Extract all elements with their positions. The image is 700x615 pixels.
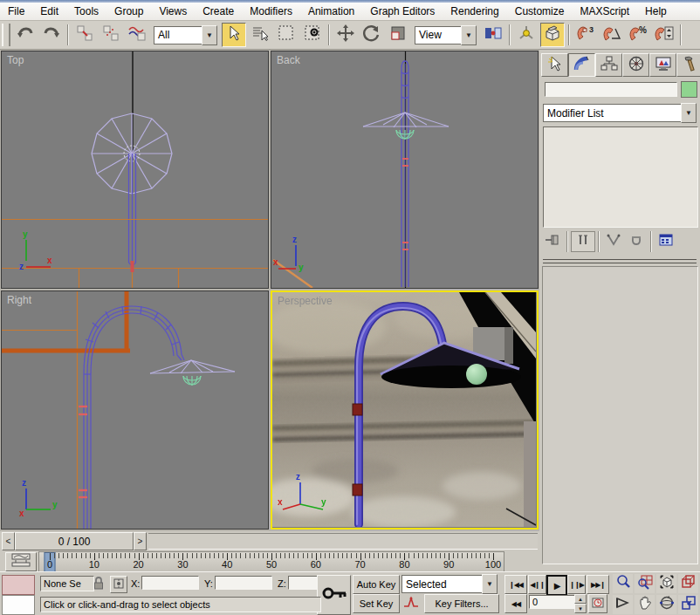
show-end-result-button[interactable] xyxy=(571,231,595,252)
maxscript-mini-listener-white[interactable] xyxy=(2,595,35,615)
tab-hierarchy[interactable] xyxy=(595,53,622,77)
track-ruler-scale[interactable]: 0102030405060708090100 xyxy=(50,552,493,572)
select-and-scale-button[interactable] xyxy=(386,23,410,47)
next-frame-button[interactable]: ❙❙▶ xyxy=(567,575,586,594)
window-crossing-button[interactable] xyxy=(300,23,325,47)
menu-customize[interactable]: Customize xyxy=(507,3,573,19)
modifier-stack-list[interactable] xyxy=(543,126,698,228)
time-forward-button[interactable]: > xyxy=(134,532,147,550)
menu-views[interactable]: Views xyxy=(151,3,195,19)
modifier-list-dropdown[interactable]: Modifier List ▼ xyxy=(543,104,697,122)
use-pivot-center-button[interactable] xyxy=(481,23,505,47)
viewport-right-label[interactable]: Right xyxy=(7,294,31,306)
menu-graph-editors[interactable]: Graph Editors xyxy=(362,3,443,19)
pan-button[interactable] xyxy=(635,595,655,614)
unlink-selection-button[interactable] xyxy=(99,23,123,47)
time-slider-track[interactable] xyxy=(148,533,538,550)
viewport-perspective-canvas[interactable]: z x y xyxy=(272,292,536,527)
rollout-area[interactable] xyxy=(542,266,698,564)
time-slider-handle[interactable]: 0 / 100 xyxy=(15,532,134,550)
rectangular-selection-button[interactable] xyxy=(274,23,299,47)
toolbar-drag-handle[interactable] xyxy=(2,24,10,46)
snap-toggle-button[interactable] xyxy=(540,23,565,47)
set-key-button[interactable]: Set Key xyxy=(353,594,400,613)
auto-key-button[interactable]: Auto Key xyxy=(353,575,400,594)
select-and-move-button[interactable] xyxy=(333,23,358,47)
viewport-back-canvas[interactable]: z x y xyxy=(271,51,538,288)
selection-filter-dropdown[interactable]: All ▼ xyxy=(154,26,217,44)
menu-maxscript[interactable]: MAXScript xyxy=(572,3,637,19)
current-frame-input[interactable] xyxy=(529,595,578,609)
key-mode-dropdown[interactable]: Selected ▼ xyxy=(401,575,498,593)
menu-animation[interactable]: Animation xyxy=(300,3,362,19)
menu-tools[interactable]: Tools xyxy=(66,3,106,19)
menu-help[interactable]: Help xyxy=(637,3,675,19)
time-configuration-button[interactable] xyxy=(588,594,607,613)
select-and-manipulate-button[interactable] xyxy=(514,23,539,47)
selection-lock-toggle[interactable] xyxy=(93,576,105,594)
redo-button[interactable] xyxy=(39,23,64,47)
track-ruler[interactable]: 0102030405060708090100 xyxy=(38,551,504,573)
object-name-field[interactable] xyxy=(545,82,677,97)
viewport-right[interactable]: Right xyxy=(1,290,269,530)
viewport-perspective[interactable]: Perspective xyxy=(271,290,539,530)
select-by-name-button[interactable] xyxy=(248,23,272,47)
menu-rendering[interactable]: Rendering xyxy=(443,3,506,19)
menu-group[interactable]: Group xyxy=(106,3,151,19)
viewport-top-canvas[interactable]: y x z xyxy=(2,51,268,288)
undo-button[interactable] xyxy=(13,23,38,47)
snap-3d-button[interactable]: 3 xyxy=(573,23,598,47)
arc-rotate-button[interactable] xyxy=(656,595,676,614)
selection-lock-field[interactable]: None Se xyxy=(40,576,94,591)
menu-file[interactable]: File xyxy=(0,3,32,19)
absolute-offset-toggle[interactable] xyxy=(110,576,127,593)
frame-spinner-down-icon[interactable]: ▼ xyxy=(574,604,587,613)
go-to-start-button[interactable]: ❙◀◀ xyxy=(504,575,527,594)
x-coord-input[interactable] xyxy=(141,576,199,590)
tab-create[interactable] xyxy=(541,53,568,77)
modifier-list-arrow-icon[interactable]: ▼ xyxy=(681,103,697,123)
min-max-toggle-button[interactable] xyxy=(678,595,698,614)
menu-modifiers[interactable]: Modifiers xyxy=(242,3,300,19)
default-in-out-tangent-button[interactable] xyxy=(401,595,421,612)
open-mini-curve-editor-button[interactable] xyxy=(5,552,37,571)
viewport-back-label[interactable]: Back xyxy=(277,54,300,66)
maxscript-mini-listener-pink[interactable] xyxy=(2,575,35,595)
viewport-back[interactable]: Back xyxy=(271,51,539,289)
coordinate-system-dropdown[interactable]: View ▼ xyxy=(415,26,477,44)
play-button[interactable]: ▶ xyxy=(546,575,567,596)
tab-display[interactable] xyxy=(649,53,676,77)
key-filters-button[interactable]: Key Filters... xyxy=(424,594,499,613)
tab-motion[interactable] xyxy=(622,53,649,77)
spinner-snap-button[interactable] xyxy=(652,23,676,47)
select-object-button[interactable] xyxy=(222,23,246,47)
previous-frame-button[interactable]: ◀❙❙ xyxy=(528,575,546,594)
set-keys-button[interactable] xyxy=(317,575,351,615)
key-mode-toggle-button[interactable]: ◀◀ xyxy=(504,594,527,613)
bind-to-space-warp-button[interactable] xyxy=(125,23,149,47)
make-unique-button[interactable] xyxy=(602,232,625,251)
key-mode-arrow-icon[interactable]: ▼ xyxy=(482,574,498,594)
zoom-all-button[interactable] xyxy=(635,574,655,593)
zoom-button[interactable] xyxy=(613,574,633,593)
zoom-extents-all-button[interactable] xyxy=(678,574,698,593)
angle-snap-button[interactable] xyxy=(600,23,624,47)
y-coord-input[interactable] xyxy=(215,576,272,590)
menu-edit[interactable]: Edit xyxy=(32,3,66,19)
viewport-right-canvas[interactable]: z x y xyxy=(2,291,268,529)
select-and-rotate-button[interactable] xyxy=(360,23,384,47)
pin-stack-button[interactable] xyxy=(541,232,564,251)
viewport-top-label[interactable]: Top xyxy=(7,54,24,66)
go-to-end-button[interactable]: ▶▶❙ xyxy=(587,575,609,594)
time-back-button[interactable]: < xyxy=(2,532,15,550)
frame-spinner-up-icon[interactable]: ▲ xyxy=(574,594,587,604)
frame-spinner[interactable]: ▲ ▼ xyxy=(574,594,587,613)
field-of-view-button[interactable] xyxy=(613,595,633,614)
viewport-top[interactable]: Top xyxy=(1,51,269,289)
zoom-extents-button[interactable] xyxy=(656,574,676,593)
coordinate-system-arrow-icon[interactable]: ▼ xyxy=(461,25,477,45)
tab-modify[interactable] xyxy=(568,53,595,77)
remove-modifier-button[interactable] xyxy=(625,232,648,251)
configure-modifier-sets-button[interactable] xyxy=(655,232,677,251)
object-color-swatch[interactable] xyxy=(681,81,697,98)
